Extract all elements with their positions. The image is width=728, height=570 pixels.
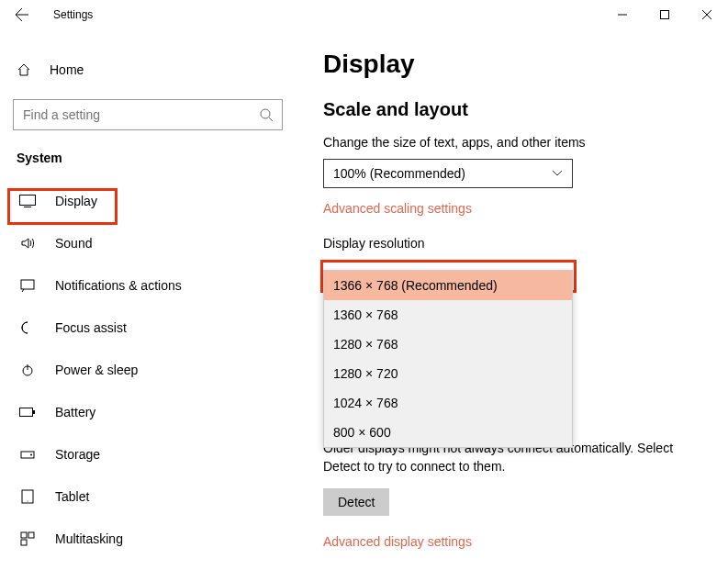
nav-label: Multitasking [55, 531, 123, 546]
detect-button[interactable]: Detect [323, 488, 389, 516]
nav-label: Storage [55, 447, 100, 462]
category-heading: System [13, 151, 303, 165]
svg-rect-1 [661, 11, 669, 19]
resolution-option[interactable]: 1360 × 768 [324, 300, 572, 330]
resolution-option[interactable]: 1366 × 768 (Recommended) [324, 271, 572, 300]
resolution-option[interactable]: 1280 × 768 [324, 330, 572, 359]
chevron-down-icon [552, 170, 563, 177]
svg-rect-17 [21, 540, 27, 545]
battery-icon [17, 407, 39, 418]
focus-icon [17, 320, 39, 335]
home-nav[interactable]: Home [13, 51, 303, 88]
nav-label: Display [55, 194, 97, 208]
search-input[interactable] [14, 107, 251, 122]
sidebar: Home System Display Sound Notifications [0, 29, 303, 570]
svg-line-3 [269, 117, 273, 121]
nav-label: Power & sleep [55, 363, 138, 377]
title-bar: Settings [0, 0, 728, 29]
home-icon [13, 62, 35, 77]
nav-item-tablet[interactable]: Tablet [13, 475, 303, 518]
nav-item-battery[interactable]: Battery [13, 391, 303, 433]
resolution-option[interactable]: 1024 × 768 [324, 388, 572, 418]
storage-icon [17, 447, 39, 462]
resolution-option[interactable]: 800 × 600 [324, 418, 572, 447]
nav-label: Focus assist [55, 320, 127, 335]
advanced-display-link[interactable]: Advanced display settings [323, 534, 708, 549]
scale-value: 100% (Recommended) [333, 166, 465, 181]
nav-label: Sound [55, 236, 92, 251]
close-button[interactable] [686, 0, 728, 29]
nav-item-power[interactable]: Power & sleep [13, 349, 303, 391]
nav-item-sound[interactable]: Sound [13, 222, 303, 264]
page-heading: Display [323, 50, 708, 79]
svg-rect-15 [21, 532, 27, 538]
window-title: Settings [53, 8, 93, 21]
nav-item-focus[interactable]: Focus assist [13, 307, 303, 349]
svg-rect-10 [33, 410, 35, 414]
search-icon [251, 107, 282, 122]
nav-item-notifications[interactable]: Notifications & actions [13, 264, 303, 307]
tablet-icon [17, 489, 39, 504]
svg-rect-4 [20, 196, 36, 206]
nav-item-storage[interactable]: Storage [13, 433, 303, 475]
scale-label: Change the size of text, apps, and other… [323, 135, 708, 150]
minimize-button[interactable] [601, 0, 644, 29]
nav-item-multitasking[interactable]: Multitasking [13, 518, 303, 560]
svg-rect-9 [20, 408, 33, 417]
resolution-label: Display resolution [323, 236, 708, 251]
home-label: Home [50, 62, 84, 77]
resolution-option[interactable]: 1280 × 720 [324, 359, 572, 388]
advanced-scaling-link[interactable]: Advanced scaling settings [323, 201, 708, 216]
svg-rect-6 [21, 280, 34, 289]
nav-label: Tablet [55, 489, 89, 504]
power-icon [17, 363, 39, 377]
nav-item-display[interactable]: Display [13, 180, 303, 222]
resolution-dropdown-open: 1366 × 768 (Recommended) 1360 × 768 1280… [323, 270, 573, 448]
svg-point-12 [30, 454, 32, 456]
svg-point-2 [261, 109, 270, 118]
svg-point-14 [28, 501, 28, 502]
multitasking-icon [17, 531, 39, 546]
nav-label: Notifications & actions [55, 278, 182, 293]
nav-list: Display Sound Notifications & actions Fo… [13, 180, 303, 560]
display-icon [17, 195, 39, 207]
back-button[interactable] [7, 0, 37, 29]
content-pane: Display Scale and layout Change the size… [303, 29, 728, 570]
search-box[interactable] [13, 99, 283, 130]
notifications-icon [17, 278, 39, 293]
section-heading: Scale and layout [323, 99, 708, 120]
nav-label: Battery [55, 405, 95, 419]
sound-icon [17, 236, 39, 251]
svg-rect-16 [28, 532, 34, 538]
maximize-button[interactable] [644, 0, 686, 29]
scale-dropdown[interactable]: 100% (Recommended) [323, 159, 573, 188]
